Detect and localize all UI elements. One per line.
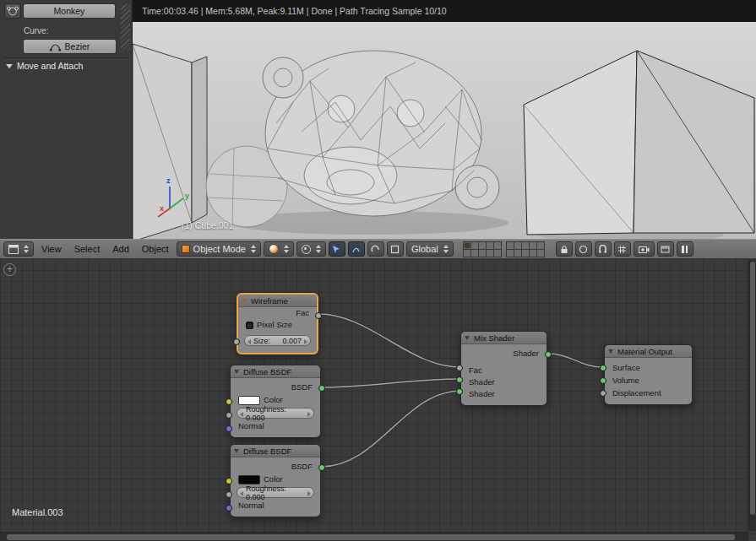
- normal-input-socket[interactable]: [226, 505, 232, 511]
- monkey-icon-button[interactable]: [4, 3, 21, 19]
- viewport-3d[interactable]: Time:00:03.46 | Mem:5.68M, Peak:9.11M | …: [133, 0, 756, 239]
- layer-grid-left[interactable]: [463, 241, 502, 257]
- node-header[interactable]: Wireframe: [238, 295, 317, 307]
- manipulator-scale-button[interactable]: [387, 241, 404, 257]
- viewport-header: View Select Add Object Object Mode: [0, 239, 756, 259]
- node-editor[interactable]: + Wireframe Fac Pixel Size Size: 0.007: [0, 259, 756, 541]
- bsdf-output-socket[interactable]: [318, 464, 325, 471]
- node-title: Diffuse BSDF: [243, 367, 291, 376]
- panel-separator: [3, 57, 128, 58]
- mode-dropdown[interactable]: Object Mode: [177, 241, 261, 257]
- snap-target-button[interactable]: [614, 241, 631, 257]
- menu-select[interactable]: Select: [69, 244, 106, 254]
- node-title: Mix Shader: [474, 333, 514, 343]
- normal-input-socket[interactable]: [226, 425, 232, 432]
- collapse-icon[interactable]: [234, 370, 239, 374]
- axis-x-label: x: [160, 204, 164, 213]
- object-mode-icon: [182, 245, 190, 253]
- cursor-icon: [332, 245, 341, 254]
- size-slider[interactable]: Size: 0.007: [244, 335, 311, 346]
- surface-input-socket[interactable]: [600, 365, 606, 371]
- layer-grid-right[interactable]: [506, 241, 545, 257]
- socket-label: Fac: [469, 365, 482, 376]
- pivot-dropdown[interactable]: [296, 241, 326, 257]
- collapse-icon[interactable]: [242, 299, 247, 303]
- lock-button[interactable]: [556, 241, 573, 257]
- color-input-socket[interactable]: [226, 398, 232, 405]
- node-diffuse-bsdf-1[interactable]: Diffuse BSDF BSDF Color Roughness: 0.000…: [230, 365, 321, 438]
- mode-value: Object Mode: [193, 244, 246, 254]
- node-material-output[interactable]: Material Output Surface Volume Displacem…: [604, 344, 693, 405]
- opengl-render-anim-button[interactable]: [657, 241, 674, 257]
- color-input-socket[interactable]: [226, 478, 232, 484]
- collapse-icon[interactable]: [465, 336, 470, 340]
- axis-z-label: z: [166, 176, 171, 185]
- region-expand-icon[interactable]: +: [3, 263, 16, 276]
- node-header[interactable]: Diffuse BSDF: [231, 365, 320, 378]
- panel-expand-icon: [6, 64, 13, 68]
- bsdf-output-socket[interactable]: [318, 385, 325, 392]
- fac-input-socket[interactable]: [456, 365, 463, 371]
- volume-input-socket[interactable]: [600, 377, 606, 384]
- rendered-scene: [133, 22, 756, 239]
- active-object-label: (1) Cube.001: [182, 220, 233, 230]
- roughness-input-socket[interactable]: [226, 491, 232, 498]
- render-visibility-button[interactable]: [575, 241, 592, 257]
- normal-label: Normal: [238, 420, 264, 432]
- menu-view[interactable]: View: [36, 244, 67, 254]
- move-attach-label: Move and Attach: [17, 61, 83, 71]
- pixel-size-checkbox[interactable]: [246, 322, 253, 329]
- node-header[interactable]: Mix Shader: [461, 332, 547, 344]
- node-mix-shader[interactable]: Mix Shader Shader Fac Shader Shader: [460, 331, 547, 406]
- fac-output-socket[interactable]: [315, 312, 322, 319]
- shader-output-socket[interactable]: [545, 351, 552, 358]
- collapse-icon[interactable]: [608, 349, 613, 354]
- socket-label: Displacement: [612, 387, 661, 399]
- editor-3dview-icon: [8, 245, 19, 254]
- vertical-scrollbar[interactable]: [748, 259, 756, 531]
- shading-dropdown[interactable]: [264, 241, 294, 257]
- manipulator-rotate-button[interactable]: [367, 241, 384, 257]
- displacement-input-socket[interactable]: [600, 390, 606, 397]
- socket-label: Volume: [612, 375, 639, 387]
- layers-widget[interactable]: [463, 241, 545, 257]
- node-header[interactable]: Diffuse BSDF: [231, 445, 320, 457]
- panel-resize-grip[interactable]: [121, 4, 130, 51]
- roughness-slider[interactable]: Roughness: 0.000: [237, 487, 314, 498]
- size-input-socket[interactable]: [233, 338, 240, 345]
- circle-icon: [579, 245, 588, 254]
- collapse-icon[interactable]: [234, 449, 239, 453]
- translate-icon: [351, 245, 361, 254]
- roughness-input-socket[interactable]: [226, 412, 232, 419]
- roughness-slider[interactable]: Roughness: 0.000: [237, 408, 314, 419]
- material-name-label: Material.003: [12, 507, 63, 517]
- vertical-scrollbar-thumb[interactable]: [750, 262, 755, 515]
- slider-value: Roughness: 0.000: [246, 484, 305, 501]
- bezier-button[interactable]: Bezier: [23, 39, 117, 54]
- node-wireframe[interactable]: Wireframe Fac Pixel Size Size: 0.007: [237, 293, 318, 354]
- move-attach-panel-header[interactable]: Move and Attach: [6, 61, 83, 71]
- shader-input-socket-1[interactable]: [456, 376, 463, 383]
- menu-add[interactable]: Add: [107, 244, 134, 254]
- bezier-button-label: Bezier: [65, 41, 90, 51]
- node-diffuse-bsdf-2[interactable]: Diffuse BSDF BSDF Color Roughness: 0.000…: [230, 444, 321, 517]
- orientation-dropdown[interactable]: Global: [406, 241, 454, 257]
- manipulator-toggle-button[interactable]: [329, 241, 345, 257]
- monkey-button-label: Monkey: [54, 6, 85, 16]
- node-header[interactable]: Material Output: [605, 345, 692, 358]
- manipulator-translate-button[interactable]: [348, 241, 365, 257]
- monkey-button[interactable]: Monkey: [23, 3, 116, 19]
- color-swatch[interactable]: [238, 475, 260, 484]
- snap-button[interactable]: [595, 241, 612, 257]
- menu-object[interactable]: Object: [137, 244, 174, 254]
- checkbox-label: Pixel Size: [257, 319, 292, 331]
- horizontal-scrollbar-thumb[interactable]: [7, 534, 735, 540]
- pause-button[interactable]: [677, 241, 693, 257]
- monkey-icon: [7, 6, 19, 16]
- axis-y-label: y: [185, 192, 189, 200]
- shader-input-socket-2[interactable]: [456, 388, 463, 395]
- color-swatch[interactable]: [238, 396, 260, 405]
- editor-type-button[interactable]: [3, 241, 34, 257]
- opengl-render-button[interactable]: [634, 241, 655, 257]
- horizontal-scrollbar[interactable]: [0, 532, 748, 541]
